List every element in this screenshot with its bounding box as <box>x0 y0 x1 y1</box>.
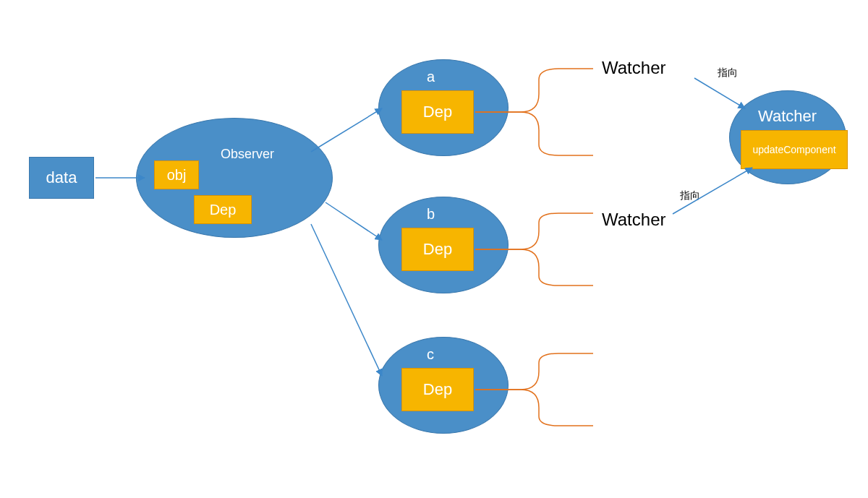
watcher-title: Watcher <box>758 107 817 126</box>
prop-a-dep-box: Dep <box>401 90 474 134</box>
arrow-observer-c <box>311 224 382 376</box>
arrow-label-1: 指向 <box>718 66 738 80</box>
prop-c-dep-box: Dep <box>401 368 474 411</box>
arrow-observer-b <box>326 202 382 240</box>
arrow-watcher-a-to-node <box>694 78 745 108</box>
observer-obj-box: obj <box>154 160 199 189</box>
watcher-update-label: updateComponent <box>752 144 835 155</box>
prop-b-dep-box: Dep <box>401 228 474 271</box>
prop-c-name: c <box>427 346 434 363</box>
data-label: data <box>46 168 77 187</box>
watcher-b-text: Watcher <box>602 210 665 230</box>
prop-c-dep-label: Dep <box>423 380 452 399</box>
arrow-observer-a <box>311 108 382 152</box>
prop-a-name: a <box>427 69 435 85</box>
observer-obj-label: obj <box>167 167 187 184</box>
prop-b-name: b <box>427 206 435 223</box>
watcher-a-text: Watcher <box>602 58 665 78</box>
observer-title: Observer <box>221 147 274 162</box>
watcher-update-box: updateComponent <box>741 130 848 169</box>
prop-a-dep-label: Dep <box>423 103 452 121</box>
prop-b-dep-label: Dep <box>423 240 452 259</box>
observer-dep-label: Dep <box>210 202 237 218</box>
data-box: data <box>29 157 94 199</box>
arrow-label-2: 指向 <box>680 189 700 202</box>
observer-dep-box: Dep <box>194 195 252 224</box>
